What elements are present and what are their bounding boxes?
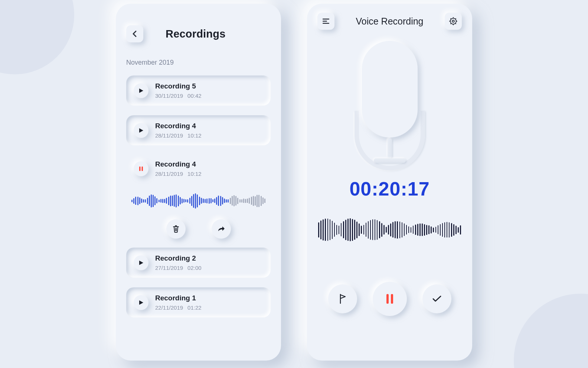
recording-duration: 10:12 [187, 132, 202, 139]
recording-date: 28/11/2019 [155, 132, 183, 139]
play-icon [139, 260, 144, 265]
back-button[interactable] [126, 25, 143, 42]
recording-date: 28/11/2019 [155, 171, 183, 177]
recording-card-expanded: Recording 4 28/11/201910:12 [126, 155, 271, 239]
share-button[interactable] [212, 219, 231, 239]
page-title: Voice Recording [356, 16, 423, 27]
recording-meta: 28/11/201910:12 [155, 132, 263, 139]
screen-recordings: Recordings November 2019 Recording 5 30/… [116, 4, 281, 361]
share-icon [217, 225, 225, 233]
recording-info: Recording 4 28/11/201910:12 [155, 160, 263, 177]
recording-duration: 00:42 [187, 93, 202, 99]
recording-meta: 28/11/201910:12 [155, 171, 263, 177]
recording-info: Recording 5 30/11/201900:42 [155, 82, 263, 99]
svg-rect-3 [323, 21, 327, 22]
screen-voice-recording: Voice Recording 00:20:17 [307, 4, 472, 361]
recording-info: Recording 2 27/11/201902:00 [155, 254, 263, 271]
microphone-visual [317, 41, 462, 167]
flag-button[interactable] [328, 284, 357, 313]
header: Recordings [126, 25, 271, 42]
svg-rect-1 [142, 167, 143, 171]
header: Voice Recording [317, 13, 462, 30]
play-button[interactable] [134, 255, 148, 270]
live-waveform [317, 215, 462, 245]
recording-title: Recording 5 [155, 82, 263, 90]
check-icon [432, 295, 442, 303]
recording-title: Recording 4 [155, 122, 263, 130]
recording-duration: 10:12 [187, 171, 202, 177]
recording-meta: 22/11/201901:22 [155, 304, 263, 311]
pause-recording-button[interactable] [373, 282, 407, 316]
play-icon [139, 128, 144, 133]
month-section-label: November 2019 [126, 59, 271, 67]
play-icon [139, 300, 144, 305]
recording-title: Recording 2 [155, 254, 263, 262]
recording-date: 30/11/2019 [155, 93, 183, 99]
recording-controls [317, 282, 462, 316]
recording-duration: 01:22 [187, 304, 202, 311]
recording-card[interactable]: Recording 1 22/11/201901:22 [126, 287, 271, 317]
recording-date: 27/11/2019 [155, 265, 183, 271]
recording-card[interactable]: Recording 5 30/11/201900:42 [126, 75, 271, 106]
confirm-button[interactable] [422, 284, 451, 313]
recording-title: Recording 4 [155, 160, 263, 168]
svg-rect-8 [391, 294, 393, 304]
gear-icon [449, 17, 457, 25]
trash-icon [172, 225, 180, 233]
pause-button[interactable] [134, 161, 148, 176]
play-button[interactable] [134, 295, 148, 310]
svg-rect-0 [139, 167, 141, 171]
play-icon [139, 88, 144, 93]
svg-rect-2 [323, 19, 329, 20]
menu-button[interactable] [317, 13, 334, 30]
recording-meta: 27/11/201902:00 [155, 265, 263, 271]
pause-icon [386, 293, 394, 304]
playback-waveform[interactable] [126, 190, 271, 212]
play-button[interactable] [134, 123, 148, 138]
microphone-icon [362, 41, 418, 138]
svg-rect-7 [386, 294, 389, 304]
svg-point-6 [452, 20, 454, 22]
recording-meta: 30/11/201900:42 [155, 93, 263, 99]
recording-card[interactable]: Recording 2 27/11/201902:00 [126, 248, 271, 278]
recording-timer: 00:20:17 [317, 178, 462, 200]
flag-icon [339, 294, 347, 304]
recording-info: Recording 1 22/11/201901:22 [155, 294, 263, 311]
recording-date: 22/11/2019 [155, 304, 183, 311]
recording-title: Recording 1 [155, 294, 263, 302]
recording-info: Recording 4 28/11/201910:12 [155, 122, 263, 139]
recording-card[interactable]: Recording 4 28/11/201910:12 [126, 115, 271, 145]
play-button[interactable] [134, 83, 148, 98]
menu-icon [322, 18, 330, 24]
svg-rect-4 [323, 23, 329, 24]
delete-button[interactable] [166, 219, 186, 239]
pause-icon [139, 166, 143, 171]
recording-duration: 02:00 [187, 265, 202, 271]
chevron-left-icon [132, 30, 138, 38]
settings-button[interactable] [445, 13, 462, 30]
page-title: Recordings [166, 28, 226, 40]
